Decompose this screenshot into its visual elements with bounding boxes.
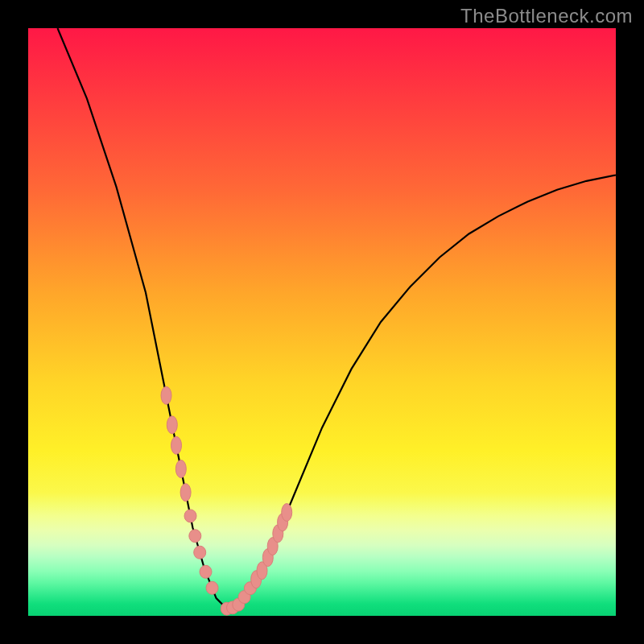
watermark: TheBottleneck.com bbox=[460, 5, 633, 27]
curve-marker bbox=[167, 416, 177, 434]
chart-frame: TheBottleneck.com bbox=[0, 0, 644, 644]
curve-marker bbox=[180, 484, 191, 502]
curve-marker bbox=[171, 436, 182, 454]
bottleneck-curve-path bbox=[58, 28, 617, 610]
curve-marker bbox=[200, 565, 212, 578]
curve-marker bbox=[282, 504, 292, 522]
curve-marker bbox=[206, 581, 218, 594]
plot-area bbox=[28, 28, 616, 616]
bottleneck-curve-svg bbox=[28, 28, 616, 616]
curve-marker bbox=[175, 460, 186, 478]
curve-marker bbox=[194, 546, 206, 559]
curve-marker bbox=[184, 510, 196, 522]
curve-marker bbox=[161, 386, 171, 404]
curve-group bbox=[58, 28, 617, 610]
marker-group bbox=[161, 386, 292, 615]
curve-marker bbox=[189, 530, 201, 543]
